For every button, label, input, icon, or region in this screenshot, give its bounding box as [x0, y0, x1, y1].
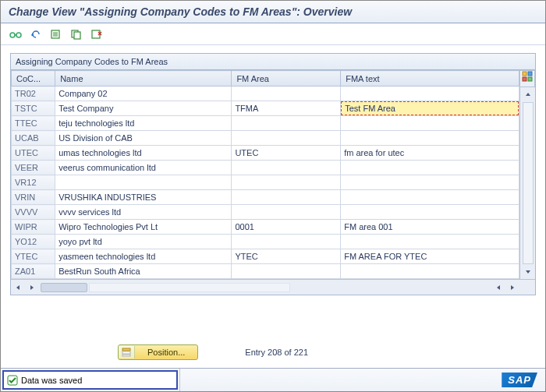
cell-fmarea[interactable]: [232, 116, 341, 131]
cell-name[interactable]: [55, 175, 232, 190]
position-label: Position...: [135, 346, 197, 358]
cell-fmatext[interactable]: [341, 175, 519, 190]
cell-name[interactable]: veerus communication ltd: [55, 161, 232, 175]
cell-fmatext[interactable]: [341, 190, 519, 205]
glasses-icon[interactable]: [9, 27, 23, 41]
cell-fmarea[interactable]: [232, 264, 341, 279]
cell-fmatext[interactable]: [341, 264, 519, 279]
horizontal-scrollbar[interactable]: [11, 279, 535, 295]
col-header-fmarea[interactable]: FM Area: [232, 71, 341, 87]
cell-cocd[interactable]: TTEC: [12, 116, 55, 131]
svg-rect-4: [74, 32, 80, 39]
cell-fmatext[interactable]: FM area 001: [341, 220, 519, 235]
delete-entries-icon[interactable]: [90, 27, 104, 41]
cell-fmarea[interactable]: [232, 205, 341, 220]
company-codes-table: CoC... Name FM Area FMA text TR02Company…: [11, 70, 519, 279]
cell-cocd[interactable]: TSTC: [12, 101, 55, 116]
table-row[interactable]: YO12yoyo pvt ltd: [12, 235, 519, 249]
table-row[interactable]: VRINVRUSHIKA INDUSTRIES: [12, 190, 519, 205]
cell-fmatext[interactable]: [341, 205, 519, 220]
scroll-up-icon[interactable]: [522, 88, 534, 101]
cell-cocd[interactable]: VVVV: [12, 205, 55, 220]
cell-fmarea[interactable]: [232, 190, 341, 205]
table-row[interactable]: ZA01BestRun South Africa: [12, 264, 519, 279]
table-row[interactable]: VEERveerus communication ltd: [12, 161, 519, 175]
undo-icon[interactable]: [29, 27, 43, 41]
cell-cocd[interactable]: TR02: [12, 87, 55, 101]
cell-name[interactable]: US Division of CAB: [55, 131, 232, 146]
table-panel: Assigning Company Codes to FM Areas CoC.…: [10, 53, 536, 295]
cell-name[interactable]: BestRun South Africa: [55, 264, 232, 279]
vertical-scrollbar[interactable]: [519, 87, 535, 279]
cell-name[interactable]: Company 02: [55, 87, 232, 101]
cell-fmatext[interactable]: [341, 131, 519, 146]
cell-cocd[interactable]: WIPR: [12, 220, 55, 235]
cell-fmarea[interactable]: [232, 161, 341, 175]
scroll-down-icon[interactable]: [522, 266, 534, 278]
position-button[interactable]: Position...: [118, 344, 198, 360]
cell-cocd[interactable]: UCAB: [12, 131, 55, 146]
copy-entries-icon[interactable]: [69, 27, 83, 41]
cell-name[interactable]: Test Company: [55, 101, 232, 116]
cell-fmarea[interactable]: YTEC: [232, 249, 341, 264]
cell-fmarea[interactable]: 0001: [232, 220, 341, 235]
cell-fmarea[interactable]: TFMA: [232, 101, 341, 116]
table-row[interactable]: VR12: [12, 175, 519, 190]
cell-cocd[interactable]: YTEC: [12, 249, 55, 264]
new-entries-icon[interactable]: [49, 27, 63, 41]
cell-cocd[interactable]: ZA01: [12, 264, 55, 279]
table-row[interactable]: YTECyasmeen technologies ltdYTECFM AREA …: [12, 249, 519, 264]
cell-cocd[interactable]: VR12: [12, 175, 55, 190]
cell-fmarea[interactable]: [232, 235, 341, 249]
fmatext-input[interactable]: [341, 101, 519, 115]
cell-cocd[interactable]: UTEC: [12, 146, 55, 161]
cell-fmatext[interactable]: [341, 235, 519, 249]
table-row[interactable]: TTECteju technologies ltd: [12, 116, 519, 131]
scroll-left-end-icon[interactable]: [492, 281, 505, 294]
cell-name[interactable]: yoyo pvt ltd: [55, 235, 232, 249]
success-icon: [7, 375, 18, 386]
col-header-fmatext[interactable]: FMA text: [341, 71, 519, 87]
table-row[interactable]: UTECumas technologies ltdUTECfm area for…: [12, 146, 519, 161]
cell-fmarea[interactable]: UTEC: [232, 146, 341, 161]
cell-fmatext[interactable]: [341, 116, 519, 131]
svg-rect-8: [523, 77, 526, 81]
svg-point-1: [16, 33, 21, 37]
table-row[interactable]: VVVVvvvv services ltd: [12, 205, 519, 220]
cell-cocd[interactable]: VEER: [12, 161, 55, 175]
svg-rect-12: [122, 355, 130, 356]
cell-name[interactable]: vvvv services ltd: [55, 205, 232, 220]
cell-cocd[interactable]: VRIN: [12, 190, 55, 205]
brand-logo: SAP: [502, 369, 545, 391]
cell-fmatext[interactable]: [341, 161, 519, 175]
svg-rect-10: [122, 348, 130, 351]
cell-name[interactable]: VRUSHIKA INDUSTRIES: [55, 190, 232, 205]
table-row[interactable]: UCABUS Division of CAB: [12, 131, 519, 146]
cell-name[interactable]: umas technologies ltd: [55, 146, 232, 161]
cell-fmatext[interactable]: fm area for utec: [341, 146, 519, 161]
scroll-left-icon[interactable]: [12, 281, 24, 294]
status-bar: Data was saved SAP: [1, 368, 545, 391]
cell-name[interactable]: Wipro Technologies Pvt Lt: [55, 220, 232, 235]
col-header-cocd[interactable]: CoC...: [12, 71, 55, 87]
cell-fmarea[interactable]: [232, 175, 341, 190]
svg-rect-9: [528, 77, 532, 81]
cell-fmarea[interactable]: [232, 87, 341, 101]
cell-fmatext[interactable]: FM AREA FOR YTEC: [341, 249, 519, 264]
cell-name[interactable]: yasmeen technologies ltd: [55, 249, 232, 264]
col-header-name[interactable]: Name: [55, 71, 232, 87]
entry-counter: Entry 208 of 221: [245, 348, 308, 357]
cell-name[interactable]: teju technologies ltd: [55, 116, 232, 131]
scroll-right-small-icon[interactable]: [26, 281, 38, 294]
table-config-icon[interactable]: [519, 70, 535, 87]
table-row[interactable]: TR02Company 02: [12, 87, 519, 101]
table-row[interactable]: WIPRWipro Technologies Pvt Lt0001FM area…: [12, 220, 519, 235]
cell-fmatext[interactable]: [341, 101, 519, 116]
scroll-right-icon[interactable]: [506, 281, 519, 294]
cell-fmatext[interactable]: [341, 87, 519, 101]
cell-fmarea[interactable]: [232, 131, 341, 146]
table-row[interactable]: TSTCTest CompanyTFMA: [12, 101, 519, 116]
cell-cocd[interactable]: YO12: [12, 235, 55, 249]
page-title: Change View "Assigning Company Codes to …: [1, 1, 545, 23]
svg-rect-6: [523, 72, 526, 76]
